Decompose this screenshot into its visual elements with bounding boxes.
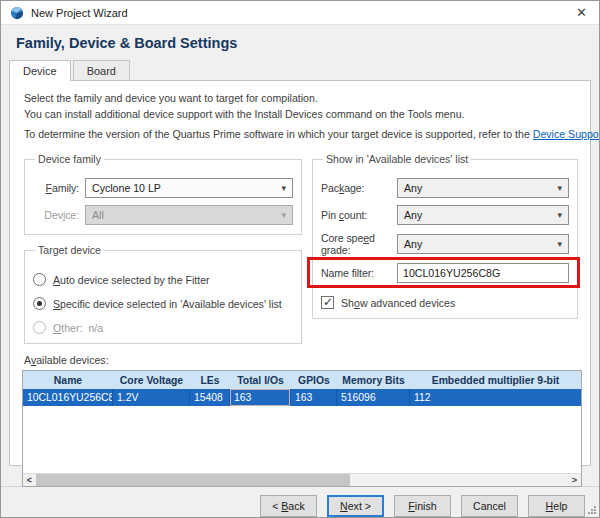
show-advanced-devices-row[interactable]: Show advanced devices <box>321 296 569 309</box>
chevron-down-icon: ▾ <box>557 183 562 193</box>
device-label: Device: <box>33 209 79 221</box>
col-header-les[interactable]: LEs <box>190 371 230 389</box>
core-speed-grade-label: Core speed grade: <box>321 232 397 256</box>
cancel-button[interactable]: Cancel <box>461 495 518 517</box>
radio-other: Other: n/a <box>33 321 293 334</box>
finish-button[interactable]: Finish <box>394 495 451 517</box>
window-title: New Project Wizard <box>31 7 128 19</box>
tab-board[interactable]: Board <box>73 60 130 80</box>
device-family-group: Device family Family: Cyclone 10 LP ▾ De… <box>24 153 302 235</box>
radio-icon[interactable] <box>33 273 46 286</box>
right-column: Show in 'Available devices' list Package… <box>312 153 578 344</box>
table-header-row: Name Core Voltage LEs Total I/Os GPIOs M… <box>23 371 581 389</box>
new-project-wizard-dialog: New Project Wizard ✕ Family, Device & Bo… <box>0 0 600 518</box>
show-available-group: Show in 'Available devices' list Package… <box>312 153 578 319</box>
cell-core-voltage[interactable]: 1.2V <box>113 389 190 406</box>
cell-name[interactable]: 10CL016YU256C8G <box>23 389 113 406</box>
cell-embedded-multiplier[interactable]: 112 <box>410 389 581 406</box>
settings-columns: Device family Family: Cyclone 10 LP ▾ De… <box>24 153 578 344</box>
target-device-legend: Target device <box>35 244 104 256</box>
col-header-total-ios[interactable]: Total I/Os <box>230 371 291 389</box>
chevron-down-icon: ▾ <box>281 183 286 193</box>
name-filter-row: Name filter: <box>321 263 569 283</box>
family-label: Family: <box>33 182 79 194</box>
quartus-app-icon <box>10 6 24 20</box>
resize-grip[interactable] <box>587 505 596 514</box>
family-dropdown[interactable]: Cyclone 10 LP ▾ <box>85 178 293 198</box>
chevron-down-icon: ▾ <box>557 239 562 249</box>
col-header-embedded-multiplier[interactable]: Embedded multiplier 9-bit <box>410 371 581 389</box>
chevron-down-icon: ▾ <box>557 210 562 220</box>
show-available-legend: Show in 'Available devices' list <box>323 153 471 165</box>
package-dropdown[interactable]: Any ▾ <box>397 178 569 198</box>
chevron-down-icon: ▾ <box>281 210 286 220</box>
radio-selected-icon[interactable] <box>33 297 46 310</box>
scrollbar-thumb[interactable] <box>36 474 350 486</box>
intro-line-2: You can install additional device suppor… <box>24 106 584 122</box>
intro-line-1: Select the family and device you want to… <box>24 90 584 106</box>
target-device-group: Target device Auto device selected by th… <box>24 244 302 344</box>
core-speed-grade-dropdown[interactable]: Any ▾ <box>397 234 569 254</box>
radio-other-value: n/a <box>88 322 103 334</box>
show-advanced-devices-label: Show advanced devices <box>341 297 455 309</box>
intro-text: Select the family and device you want to… <box>24 90 584 142</box>
radio-auto-label: Auto device selected by the Fitter <box>53 274 210 286</box>
cell-gpios[interactable]: 163 <box>291 389 337 406</box>
scroll-left-arrow-icon[interactable]: < <box>23 474 36 486</box>
device-family-legend: Device family <box>35 153 104 165</box>
device-support-list-link[interactable]: Device Support List <box>533 128 600 140</box>
left-column: Device family Family: Cyclone 10 LP ▾ De… <box>24 153 302 344</box>
intro-line-3: To determine the version of the Quartus … <box>24 126 584 142</box>
package-row: Package: Any ▾ <box>321 178 569 198</box>
device-tab-pane: Select the family and device you want to… <box>9 80 591 466</box>
titlebar: New Project Wizard ✕ <box>1 1 599 25</box>
name-filter-label: Name filter: <box>321 267 397 279</box>
package-dropdown-value: Any <box>404 182 422 194</box>
horizontal-scrollbar[interactable]: < > <box>23 473 581 486</box>
checkbox-checked-icon[interactable] <box>321 296 334 309</box>
available-devices-label: Available devices: <box>24 354 584 366</box>
pin-count-dropdown[interactable]: Any ▾ <box>397 205 569 225</box>
cell-total-ios[interactable]: 163 <box>230 389 291 406</box>
scrollbar-track[interactable] <box>36 474 568 486</box>
page-title: Family, Device & Board Settings <box>1 25 599 60</box>
available-devices-table: Name Core Voltage LEs Total I/Os GPIOs M… <box>22 370 582 487</box>
name-filter-input[interactable] <box>397 263 569 283</box>
core-speed-grade-row: Core speed grade: Any ▾ <box>321 232 569 256</box>
family-row: Family: Cyclone 10 LP ▾ <box>33 178 293 198</box>
col-header-name[interactable]: Name <box>23 371 113 389</box>
device-dropdown: All ▾ <box>85 205 293 225</box>
pin-count-dropdown-value: Any <box>404 209 422 221</box>
close-icon[interactable]: ✕ <box>573 6 590 19</box>
radio-specific-device[interactable]: Specific device selected in 'Available d… <box>33 297 293 310</box>
table-row[interactable]: 10CL016YU256C8G 1.2V 15408 163 163 51609… <box>23 389 581 406</box>
device-row: Device: All ▾ <box>33 205 293 225</box>
pin-count-label: Pin count: <box>321 209 397 221</box>
tab-device[interactable]: Device <box>9 60 71 81</box>
radio-specific-label: Specific device selected in 'Available d… <box>53 298 282 310</box>
core-speed-grade-dropdown-value: Any <box>404 238 422 250</box>
radio-other-label: Other: <box>53 322 82 334</box>
device-dropdown-value: All <box>92 209 104 221</box>
next-button[interactable]: Next > <box>327 495 384 517</box>
back-button[interactable]: < Back <box>260 495 317 517</box>
pin-count-row: Pin count: Any ▾ <box>321 205 569 225</box>
dialog-button-bar: < Back Next > Finish Cancel Help <box>1 486 599 517</box>
col-header-memory-bits[interactable]: Memory Bits <box>337 371 410 389</box>
tab-bar: Device Board <box>1 60 599 80</box>
radio-auto-device[interactable]: Auto device selected by the Fitter <box>33 273 293 286</box>
col-header-gpios[interactable]: GPIOs <box>291 371 337 389</box>
help-button[interactable]: Help <box>528 495 585 517</box>
package-label: Package: <box>321 182 397 194</box>
scroll-right-arrow-icon[interactable]: > <box>568 474 581 486</box>
cell-les[interactable]: 15408 <box>190 389 230 406</box>
name-filter-annotated-area: Name filter: <box>321 263 569 283</box>
radio-disabled-icon <box>33 321 46 334</box>
family-dropdown-value: Cyclone 10 LP <box>92 182 161 194</box>
cell-memory-bits[interactable]: 516096 <box>337 389 410 406</box>
col-header-core-voltage[interactable]: Core Voltage <box>113 371 190 389</box>
